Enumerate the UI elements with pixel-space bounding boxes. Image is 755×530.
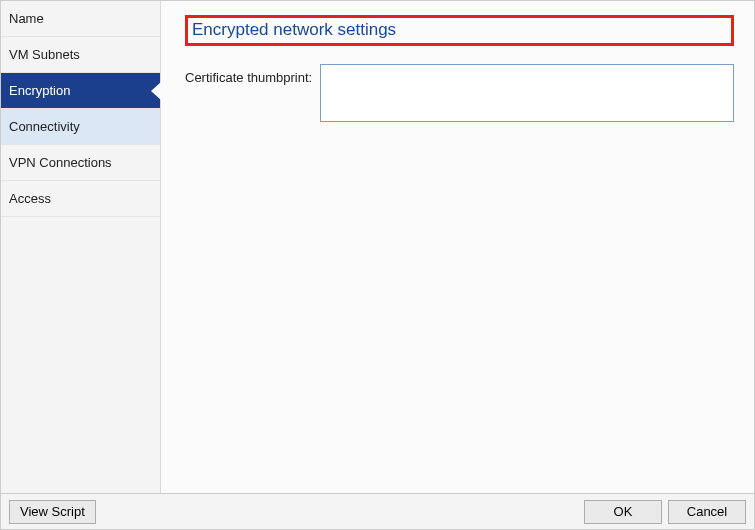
sidebar-item-label: Encryption	[9, 83, 70, 98]
cert-thumbprint-label: Certificate thumbprint:	[185, 64, 320, 85]
sidebar-item-label: VPN Connections	[9, 155, 112, 170]
panel-title: Encrypted network settings	[188, 18, 404, 43]
content-panel: Encrypted network settings Certificate t…	[161, 1, 754, 493]
sidebar-item-label: Connectivity	[9, 119, 80, 134]
dialog-body: Name VM Subnets Encryption Connectivity …	[1, 1, 754, 493]
sidebar-item-label: Access	[9, 191, 51, 206]
sidebar-item-vpn-connections[interactable]: VPN Connections	[1, 145, 160, 181]
sidebar: Name VM Subnets Encryption Connectivity …	[1, 1, 161, 493]
cert-thumbprint-input[interactable]	[320, 64, 734, 122]
sidebar-item-vm-subnets[interactable]: VM Subnets	[1, 37, 160, 73]
dialog-window: Name VM Subnets Encryption Connectivity …	[0, 0, 755, 530]
cancel-button[interactable]: Cancel	[668, 500, 746, 524]
form-row-cert: Certificate thumbprint:	[185, 64, 734, 122]
sidebar-item-connectivity[interactable]: Connectivity	[1, 109, 160, 145]
dialog-footer: View Script OK Cancel	[1, 493, 754, 529]
ok-button[interactable]: OK	[584, 500, 662, 524]
sidebar-item-label: VM Subnets	[9, 47, 80, 62]
sidebar-item-access[interactable]: Access	[1, 181, 160, 217]
title-highlight-box: Encrypted network settings	[185, 15, 734, 46]
sidebar-item-label: Name	[9, 11, 44, 26]
sidebar-item-name[interactable]: Name	[1, 1, 160, 37]
sidebar-item-encryption[interactable]: Encryption	[1, 73, 160, 109]
view-script-button[interactable]: View Script	[9, 500, 96, 524]
